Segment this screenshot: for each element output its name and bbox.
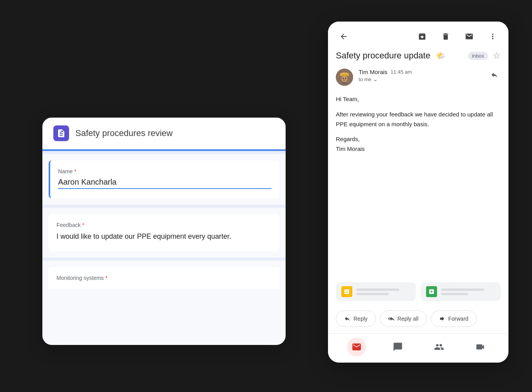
feedback-value[interactable]: I would like to update our PPE equipment… xyxy=(56,231,271,242)
sender-to-row[interactable]: to me ⌄ xyxy=(359,76,483,82)
email-sender-row: Tim Morais 11:45 am to me ⌄ xyxy=(328,65,508,90)
attachment-1-icon xyxy=(341,286,352,297)
nav-mail-button[interactable] xyxy=(347,338,366,356)
svg-point-4 xyxy=(343,78,344,79)
forms-row-bg-top xyxy=(42,151,286,154)
forms-card: Safety procedures review Name* Aaron Kan… xyxy=(42,118,286,345)
name-label: Name* xyxy=(58,168,271,174)
nav-spaces-button[interactable] xyxy=(430,338,448,356)
nav-spaces-icon xyxy=(434,342,444,352)
monitoring-label: Monitoring systems* xyxy=(56,275,271,281)
nav-meet-icon xyxy=(475,342,485,352)
email-body-text: Hi Team, After reviewing your feedback w… xyxy=(336,94,501,154)
nav-mail-icon xyxy=(352,342,362,352)
email-card: Safety procedure update 🌤️ inbox ☆ xyxy=(328,22,508,363)
inbox-badge: inbox xyxy=(468,52,488,60)
email-subject-row: Safety procedure update 🌤️ inbox ☆ xyxy=(328,48,508,65)
back-button[interactable] xyxy=(336,29,352,44)
forms-document-icon xyxy=(56,129,66,138)
attachment-2[interactable] xyxy=(421,282,501,301)
star-button[interactable]: ☆ xyxy=(493,51,501,61)
quick-reply-button[interactable] xyxy=(488,69,501,81)
name-value[interactable]: Aaron Kancharla xyxy=(58,178,271,189)
avatar-image xyxy=(336,69,353,86)
forms-header: Safety procedures review xyxy=(42,118,286,149)
name-field-section[interactable]: Name* Aaron Kancharla xyxy=(49,160,279,198)
attachment-2-icon xyxy=(426,286,437,297)
sender-info: Tim Morais 11:45 am to me ⌄ xyxy=(359,69,483,82)
avatar xyxy=(336,69,353,86)
reply-all-btn-icon xyxy=(388,316,394,322)
reply-btn-icon xyxy=(344,316,350,322)
nav-chat-button[interactable] xyxy=(388,338,407,356)
feedback-label: Feedback* xyxy=(56,222,271,228)
sheets-icon xyxy=(344,289,350,295)
nav-meet-button[interactable] xyxy=(471,338,490,356)
sender-name: Tim Morais xyxy=(359,69,388,75)
add-icon xyxy=(428,289,435,295)
sender-name-row: Tim Morais 11:45 am xyxy=(359,69,483,75)
reply-buttons-row: Reply Reply all Forward xyxy=(328,307,508,333)
attachments-row xyxy=(328,282,508,307)
attachment-1[interactable] xyxy=(336,282,416,301)
feedback-field-section[interactable]: Feedback* I would like to update our PPE… xyxy=(49,214,279,251)
forms-icon xyxy=(53,125,69,141)
forms-row-bg-bot xyxy=(42,258,286,261)
forms-title: Safety procedures review xyxy=(75,128,173,138)
email-subject: Safety procedure update 🌤️ xyxy=(336,51,463,61)
attachment-1-preview xyxy=(356,289,410,295)
chevron-down-icon[interactable]: ⌄ xyxy=(373,76,378,82)
reply-button[interactable]: Reply xyxy=(336,310,376,327)
email-bottom-nav xyxy=(328,333,508,363)
trash-icon xyxy=(441,32,450,41)
toolbar-left xyxy=(336,29,352,44)
archive-icon xyxy=(418,32,426,41)
svg-point-5 xyxy=(345,78,346,79)
forward-btn-icon xyxy=(439,316,445,322)
back-arrow-icon xyxy=(339,32,348,41)
nav-chat-icon xyxy=(393,342,403,352)
forms-row-bg-mid xyxy=(42,205,286,208)
svg-point-3 xyxy=(341,76,348,82)
mail-icon xyxy=(465,32,474,41)
reply-icon xyxy=(490,71,498,79)
monitoring-field-section[interactable]: Monitoring systems* xyxy=(49,267,279,289)
sender-time: 11:45 am xyxy=(391,69,412,75)
more-options-button[interactable] xyxy=(485,29,501,44)
forward-button[interactable]: Forward xyxy=(431,310,477,327)
email-body: Hi Team, After reviewing your feedback w… xyxy=(328,90,508,282)
reply-all-button[interactable]: Reply all xyxy=(380,310,427,327)
attachment-2-preview xyxy=(441,289,495,295)
delete-button[interactable] xyxy=(438,29,454,44)
emoji-decoration: 🌤️ xyxy=(436,51,446,60)
email-toolbar xyxy=(328,22,508,48)
archive-button[interactable] xyxy=(414,29,430,44)
more-vert-icon xyxy=(488,32,497,41)
toolbar-right xyxy=(414,29,501,44)
mark-mail-button[interactable] xyxy=(461,29,477,44)
